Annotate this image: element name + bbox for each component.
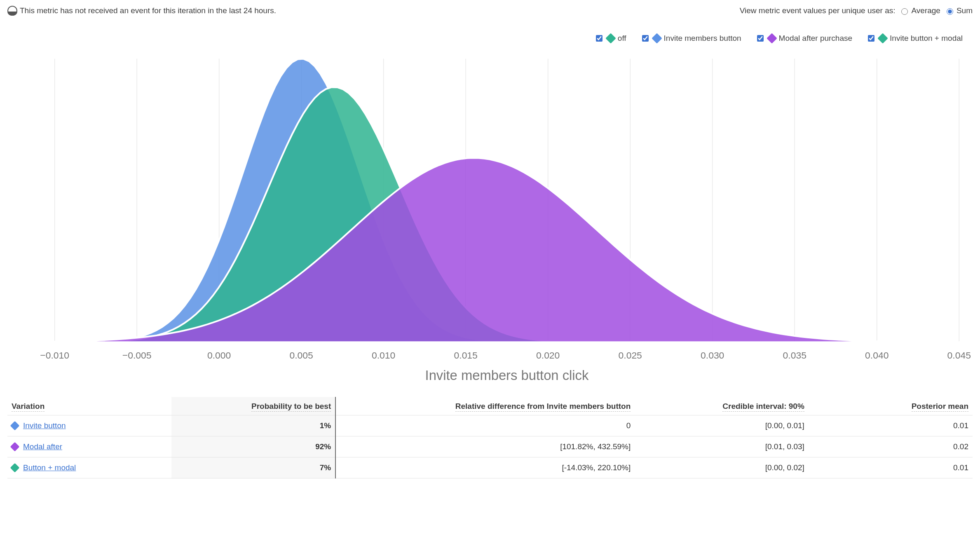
legend-label-2: Modal after purchase — [779, 34, 853, 43]
view-mode-average[interactable]: Average — [899, 6, 940, 15]
variation-link[interactable]: Button + modal — [23, 463, 76, 472]
variation-link[interactable]: Invite button — [23, 421, 66, 430]
x-tick-label: 0.000 — [207, 350, 231, 361]
legend-item-2[interactable]: Modal after purchase — [755, 34, 853, 43]
posterior-distribution-chart: −0.010−0.0050.0000.0050.0100.0150.0200.0… — [7, 52, 973, 389]
legend-checkbox-0[interactable] — [596, 35, 603, 42]
probability-cell: 7% — [171, 457, 335, 478]
legend-label-1: Invite members button — [664, 34, 741, 43]
x-tick-label: 0.020 — [536, 350, 560, 361]
diamond-icon — [767, 33, 777, 43]
diamond-icon — [10, 442, 20, 452]
col-reldiff: Relative difference from Invite members … — [335, 397, 635, 415]
legend-label-3: Invite button + modal — [890, 34, 963, 43]
table-row: Invite button1%0[0.00, 0.01]0.01 — [7, 415, 973, 436]
results-table: Variation Probability to be best Relativ… — [7, 397, 973, 478]
x-tick-label: 0.045 — [947, 350, 971, 361]
postmean-cell: 0.01 — [809, 415, 973, 436]
diamond-icon — [877, 33, 888, 43]
x-tick-label: 0.010 — [372, 350, 395, 361]
ci-cell: [0.00, 0.02] — [635, 457, 809, 478]
view-mode-selector: View metric event values per unique user… — [740, 6, 973, 15]
ci-cell: [0.00, 0.01] — [635, 415, 809, 436]
legend-item-0[interactable]: off — [594, 34, 626, 43]
chart-legend: offInvite members buttonModal after purc… — [7, 34, 973, 43]
x-tick-label: 0.035 — [783, 350, 807, 361]
view-mode-sum[interactable]: Sum — [945, 6, 973, 15]
col-variation: Variation — [7, 397, 171, 415]
probability-cell: 92% — [171, 436, 335, 457]
radio-average[interactable] — [901, 8, 908, 15]
variation-cell: Invite button — [7, 415, 171, 436]
radio-sum[interactable] — [947, 8, 953, 15]
diamond-icon — [605, 33, 616, 43]
legend-label-0: off — [618, 34, 626, 43]
metric-stale-warning: This metric has not received an event fo… — [7, 6, 276, 16]
legend-checkbox-1[interactable] — [642, 35, 649, 42]
radio-average-label: Average — [911, 6, 940, 15]
col-ci: Credible interval: 90% — [635, 397, 809, 415]
variation-link[interactable]: Modal after — [23, 442, 62, 451]
chart-svg: −0.010−0.0050.0000.0050.0100.0150.0200.0… — [7, 52, 973, 389]
variation-cell: Modal after — [7, 436, 171, 457]
reldiff-cell: [101.82%, 432.59%] — [335, 436, 635, 457]
variation-cell: Button + modal — [7, 457, 171, 478]
diamond-icon — [652, 33, 662, 43]
legend-item-3[interactable]: Invite button + modal — [866, 34, 963, 43]
x-tick-label: 0.015 — [454, 350, 478, 361]
col-postmean: Posterior mean — [809, 397, 973, 415]
table-row: Button + modal7%[-14.03%, 220.10%][0.00,… — [7, 457, 973, 478]
x-tick-label: 0.040 — [865, 350, 889, 361]
postmean-cell: 0.02 — [809, 436, 973, 457]
ci-cell: [0.01, 0.03] — [635, 436, 809, 457]
reldiff-cell: 0 — [335, 415, 635, 436]
col-probability: Probability to be best — [171, 397, 335, 415]
view-mode-label: View metric event values per unique user… — [740, 6, 896, 15]
x-tick-label: 0.030 — [701, 350, 724, 361]
radio-sum-label: Sum — [957, 6, 973, 15]
postmean-cell: 0.01 — [809, 457, 973, 478]
half-circle-icon — [7, 6, 17, 16]
probability-cell: 1% — [171, 415, 335, 436]
diamond-icon — [10, 421, 20, 431]
metric-stale-text: This metric has not received an event fo… — [20, 6, 276, 15]
legend-item-1[interactable]: Invite members button — [640, 34, 741, 43]
x-tick-label: 0.005 — [290, 350, 313, 361]
legend-checkbox-2[interactable] — [757, 35, 764, 42]
x-tick-label: −0.010 — [40, 350, 69, 361]
x-tick-label: 0.025 — [619, 350, 642, 361]
x-tick-label: −0.005 — [122, 350, 152, 361]
reldiff-cell: [-14.03%, 220.10%] — [335, 457, 635, 478]
x-axis-label: Invite members button click — [425, 368, 589, 383]
diamond-icon — [10, 463, 20, 473]
table-row: Modal after92%[101.82%, 432.59%][0.01, 0… — [7, 436, 973, 457]
legend-checkbox-3[interactable] — [868, 35, 874, 42]
